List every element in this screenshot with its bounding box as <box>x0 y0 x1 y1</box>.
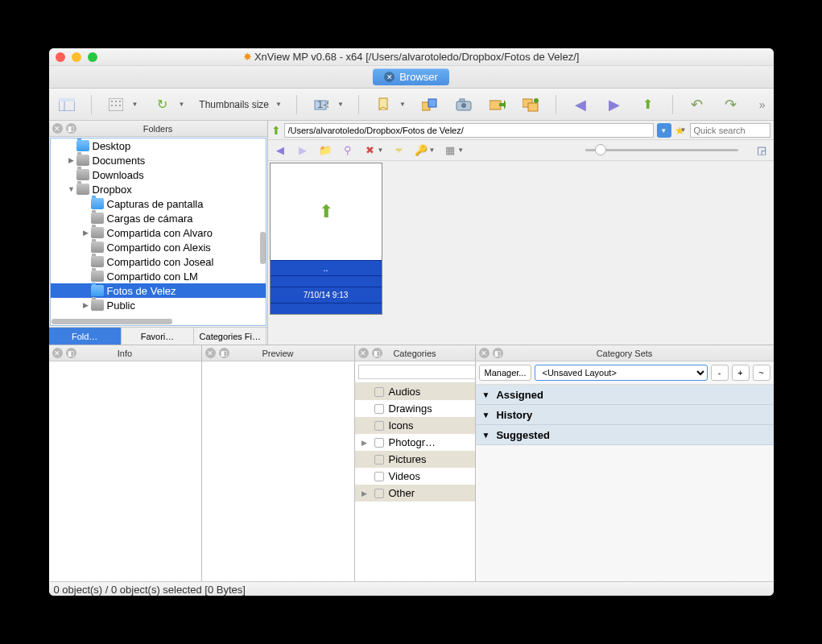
detach-panel-icon[interactable]: ◧ <box>219 348 229 358</box>
tag-icon[interactable] <box>374 95 393 114</box>
path-dropdown-icon[interactable]: ▾ <box>657 123 671 138</box>
fullscreen-icon[interactable]: ◲ <box>754 144 769 156</box>
forward-icon[interactable]: ▶ <box>605 95 624 114</box>
close-tab-icon[interactable]: ✕ <box>384 72 394 82</box>
category-checkbox[interactable] <box>374 438 384 448</box>
disclosure-icon[interactable]: ▶ <box>361 439 370 447</box>
tab-categories-filter[interactable]: Categories Fi… <box>194 328 266 345</box>
dropdown-arrow-icon[interactable]: ▼ <box>399 101 406 108</box>
reset-set-button[interactable]: ~ <box>753 365 770 381</box>
dropdown-arrow-icon[interactable]: ▼ <box>378 147 384 154</box>
quick-search-input[interactable] <box>690 123 770 138</box>
open-folder-icon[interactable]: 📁 <box>318 144 333 156</box>
set-section-header[interactable]: ▼History <box>476 405 774 425</box>
rename-icon[interactable]: 1-5 <box>312 95 331 114</box>
set-section-header[interactable]: ▼Suggested <box>476 425 774 445</box>
remove-set-button[interactable]: - <box>711 365 729 381</box>
close-panel-icon[interactable]: ✕ <box>205 348 216 358</box>
horizontal-scrollbar[interactable] <box>52 319 172 324</box>
disclosure-icon[interactable]: ▼ <box>67 185 76 193</box>
disclosure-icon[interactable]: ▶ <box>361 489 370 497</box>
detach-panel-icon[interactable]: ◧ <box>493 348 503 358</box>
move-to-icon[interactable] <box>522 95 541 114</box>
category-row[interactable]: Drawings <box>355 400 475 417</box>
category-checkbox[interactable] <box>374 455 384 464</box>
folder-tree-item[interactable]: Compartido con Joseal <box>51 254 266 269</box>
export-icon[interactable] <box>420 95 440 114</box>
dropdown-arrow-icon[interactable]: ▼ <box>275 101 282 108</box>
category-row[interactable]: ▶Photogr… <box>355 434 475 451</box>
thumbnail-size-slider[interactable] <box>472 149 737 151</box>
disclosure-icon[interactable]: ▶ <box>81 301 91 309</box>
thumbnail-item-parent[interactable]: ⬆ .. 7/10/14 9:13 <box>270 163 382 315</box>
category-checkbox[interactable] <box>374 421 384 431</box>
dropdown-arrow-icon[interactable]: ▼ <box>132 101 138 108</box>
refresh-icon[interactable]: ↻ <box>152 95 171 114</box>
thumbnail-area[interactable]: ⬆ .. 7/10/14 9:13 <box>268 161 774 345</box>
tag-small-icon[interactable]: ⚲ <box>341 144 355 156</box>
category-row[interactable]: Icons <box>355 417 475 434</box>
folder-tree-item[interactable]: Capturas de pantalla <box>51 196 266 211</box>
close-panel-icon[interactable]: ✕ <box>358 348 369 358</box>
folder-tree-item[interactable]: Downloads <box>51 167 266 182</box>
back-small-icon[interactable]: ◀ <box>273 144 287 156</box>
vertical-scrollbar[interactable] <box>260 232 266 264</box>
back-icon[interactable]: ◀ <box>571 95 590 114</box>
folder-tree-item[interactable]: ▶Documents <box>51 153 266 167</box>
disclosure-icon[interactable]: ▶ <box>67 156 76 164</box>
dropdown-arrow-icon[interactable]: ▼ <box>337 101 344 108</box>
layout-select[interactable]: <Unsaved Layout> <box>535 365 707 381</box>
category-row[interactable]: Pictures <box>355 451 475 468</box>
dropdown-arrow-icon[interactable]: ▼ <box>428 147 435 154</box>
tab-favorites[interactable]: Favori… <box>122 328 194 345</box>
delete-icon[interactable]: ✖ <box>363 144 378 156</box>
capture-icon[interactable] <box>454 95 473 114</box>
folder-tree-item[interactable]: Compartido con Alexis <box>51 240 266 254</box>
folder-tree[interactable]: Desktop▶DocumentsDownloads▼DropboxCaptur… <box>50 138 266 326</box>
close-window-button[interactable] <box>56 52 65 62</box>
overflow-icon[interactable]: » <box>759 98 766 111</box>
copy-to-icon[interactable] <box>488 95 507 114</box>
folder-tree-item[interactable]: Cargas de cámara <box>51 211 266 225</box>
layout-icon[interactable] <box>57 95 76 114</box>
disclosure-icon[interactable]: ▶ <box>81 229 91 237</box>
folder-tree-item[interactable]: ▼Dropbox <box>51 182 266 196</box>
close-panel-icon[interactable]: ✕ <box>52 348 63 358</box>
view-mode-icon[interactable] <box>106 95 126 114</box>
dropdown-arrow-icon[interactable]: ▼ <box>680 126 687 134</box>
add-set-button[interactable]: + <box>732 365 750 381</box>
category-checkbox[interactable] <box>374 404 384 414</box>
category-row[interactable]: ▶Other <box>355 485 475 502</box>
go-up-icon[interactable]: ⬆ <box>271 124 281 137</box>
path-input[interactable] <box>284 123 654 138</box>
filter-icon[interactable]: ⫧ <box>391 144 406 156</box>
up-icon[interactable]: ⬆ <box>638 95 658 114</box>
zoom-window-button[interactable] <box>88 52 97 62</box>
detach-panel-icon[interactable]: ◧ <box>372 348 382 358</box>
detach-panel-icon[interactable]: ◧ <box>66 348 76 358</box>
folder-tree-item[interactable]: Fotos de Velez <box>51 283 266 298</box>
tab-folders[interactable]: Fold… <box>49 328 122 345</box>
rotate-cw-icon[interactable]: ↷ <box>721 95 741 114</box>
category-filter-input[interactable] <box>358 365 475 379</box>
close-panel-icon[interactable]: ✕ <box>479 348 489 358</box>
category-checkbox[interactable] <box>374 472 384 481</box>
folder-tree-item[interactable]: Compartido con LM <box>51 269 266 283</box>
manager-button[interactable]: Manager... <box>479 365 532 381</box>
folder-tree-item[interactable]: ▶Compartida con Alvaro <box>51 225 266 240</box>
key-icon[interactable]: 🔑 <box>414 144 428 156</box>
dropdown-arrow-icon[interactable]: ▼ <box>457 147 464 154</box>
rotate-ccw-icon[interactable]: ↶ <box>688 95 707 114</box>
minimize-window-button[interactable] <box>72 52 81 62</box>
category-checkbox[interactable] <box>374 489 384 498</box>
category-row[interactable]: Audios <box>355 383 475 400</box>
folder-tree-item[interactable]: ▶Public <box>51 298 266 312</box>
dropdown-arrow-icon[interactable]: ▼ <box>178 101 184 108</box>
browser-tab[interactable]: ✕ Browser <box>373 68 449 85</box>
folder-tree-item[interactable]: Desktop <box>51 138 266 153</box>
close-panel-icon[interactable]: ✕ <box>52 123 63 134</box>
forward-small-icon[interactable]: ▶ <box>295 144 310 156</box>
category-checkbox[interactable] <box>374 387 384 397</box>
grid-view-icon[interactable]: ▦ <box>443 144 457 156</box>
set-section-header[interactable]: ▼Assigned <box>476 385 774 405</box>
